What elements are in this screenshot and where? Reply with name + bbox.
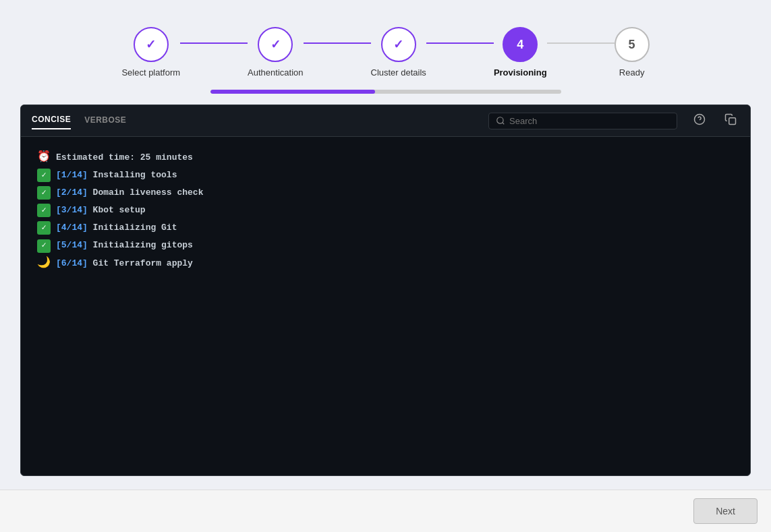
search-box[interactable]	[488, 113, 677, 129]
check-icon-4: ✓	[37, 221, 51, 235]
checkmark-icon-3: ✓	[393, 37, 403, 52]
help-icon[interactable]	[691, 111, 708, 131]
step-label-cluster-details: Cluster details	[371, 67, 426, 78]
tab-concise[interactable]: CONCISE	[32, 112, 71, 129]
svg-line-1	[503, 123, 505, 125]
progress-bar-fill	[210, 90, 375, 94]
search-icon	[496, 116, 505, 125]
check-icon-5: ✓	[37, 239, 51, 253]
next-button[interactable]: Next	[693, 498, 758, 524]
step-label-provisioning: Provisioning	[494, 67, 547, 78]
spinner-icon: 🌙	[37, 257, 51, 270]
svg-rect-4	[729, 118, 736, 125]
checkmark-icon-2: ✓	[270, 37, 281, 52]
step-provisioning: 4 Provisioning	[494, 27, 547, 78]
connector-4	[547, 42, 615, 44]
step-label-ready: Ready	[619, 67, 645, 78]
log-text-estimated: Estimated time: 25 minutes	[56, 150, 193, 165]
log-text-1: [1/14] Installing tools	[56, 168, 177, 183]
progress-bar-track	[210, 90, 561, 94]
svg-point-0	[497, 117, 503, 123]
log-line-5: ✓ [5/14] Initializing gitops	[37, 238, 734, 253]
terminal-header: CONCISE VERBOSE	[21, 105, 750, 137]
connector-3	[426, 42, 494, 44]
connector-2	[304, 42, 371, 44]
connector-1	[180, 42, 248, 44]
tab-verbose[interactable]: VERBOSE	[84, 113, 126, 129]
log-line-estimated: ⏰ Estimated time: 25 minutes	[37, 150, 734, 165]
log-line-4: ✓ [4/14] Initializing Git	[37, 220, 734, 235]
checkmark-icon-1: ✓	[146, 37, 156, 52]
step-circle-provisioning: 4	[503, 27, 538, 62]
step-circle-cluster-details: ✓	[381, 27, 416, 62]
check-icon-3: ✓	[37, 204, 51, 217]
step-circle-authentication: ✓	[258, 27, 293, 62]
log-text-3: [3/14] Kbot setup	[56, 203, 146, 218]
log-text-6: [6/14] Git Terraform apply	[56, 256, 193, 271]
step-authentication: ✓ Authentication	[248, 27, 303, 78]
step-ready: 5 Ready	[615, 27, 650, 78]
step-circle-ready: 5	[615, 27, 650, 62]
log-line-2: ✓ [2/14] Domain liveness check	[37, 185, 734, 200]
log-line-6: 🌙 [6/14] Git Terraform apply	[37, 256, 734, 271]
step-label-authentication: Authentication	[248, 67, 303, 78]
step-circle-select-platform: ✓	[134, 27, 169, 62]
step-number-4: 4	[517, 38, 523, 52]
main-container: ✓ Select platform ✓ Authentication ✓ Clu…	[0, 0, 771, 490]
search-input[interactable]	[509, 116, 670, 126]
copy-icon[interactable]	[722, 111, 739, 131]
check-icon-1: ✓	[37, 169, 51, 182]
footer: Next	[0, 490, 771, 532]
log-text-5: [5/14] Initializing gitops	[56, 238, 193, 253]
progress-bar-container	[20, 90, 751, 94]
terminal-panel: CONCISE VERBOSE	[20, 105, 751, 476]
step-select-platform: ✓ Select platform	[121, 27, 180, 78]
log-line-3: ✓ [3/14] Kbot setup	[37, 203, 734, 218]
log-text-4: [4/14] Initializing Git	[56, 220, 177, 235]
check-icon-2: ✓	[37, 186, 51, 200]
step-label-select-platform: Select platform	[121, 67, 180, 78]
terminal-body: ⏰ Estimated time: 25 minutes ✓ [1/14] In…	[21, 137, 750, 475]
log-text-2: [2/14] Domain liveness check	[56, 185, 203, 200]
stepper: ✓ Select platform ✓ Authentication ✓ Clu…	[20, 13, 751, 84]
alarm-icon: ⏰	[37, 151, 51, 165]
step-cluster-details: ✓ Cluster details	[371, 27, 426, 78]
log-line-1: ✓ [1/14] Installing tools	[37, 168, 734, 183]
step-number-5: 5	[629, 38, 635, 52]
